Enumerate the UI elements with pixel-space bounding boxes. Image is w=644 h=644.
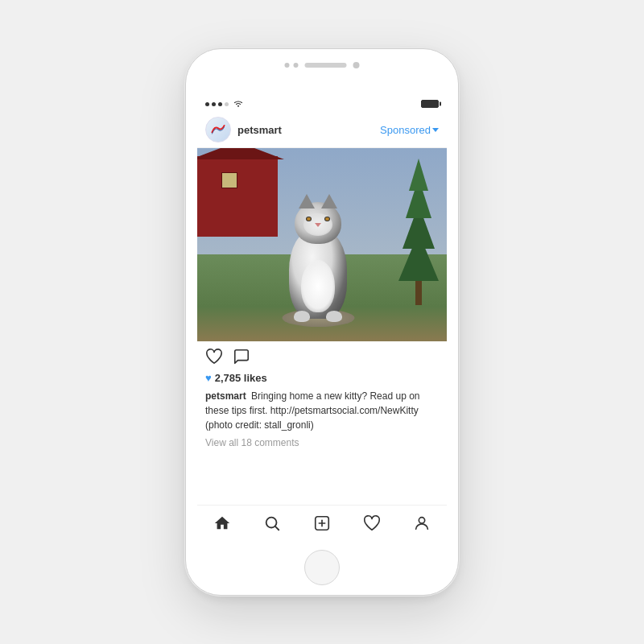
cat-head [295,202,341,244]
nav-home-button[interactable] [211,512,233,535]
post-image [197,148,447,341]
bottom-nav [197,505,447,540]
likes-count: ♥ 2,785 likes [197,372,447,387]
cat-eye-left [306,217,312,221]
chevron-down-icon [432,128,439,132]
sponsored-text: Sponsored [380,124,431,136]
cat-paw-right [326,311,342,322]
signal-area [205,99,244,109]
status-bar [197,94,447,112]
like-button[interactable] [205,349,223,365]
cat-scene [197,148,447,341]
signal-dot-3 [218,102,222,106]
phone-body: petsmart Sponsored [185,48,459,596]
barn-window [221,172,237,188]
filled-heart-icon: ♥ [205,372,212,384]
cat-nose [315,223,321,227]
cat-eyes [306,217,330,221]
phone-screen: petsmart Sponsored [197,94,447,540]
svg-point-6 [419,517,424,522]
caption-username[interactable]: petsmart [205,390,246,402]
barn-roof [197,148,284,159]
view-comments[interactable]: View all 18 comments [197,436,447,453]
tree-layer-4 [409,159,428,191]
nav-heart-button[interactable] [361,512,383,535]
nav-add-button[interactable] [311,512,333,535]
wifi-icon [233,99,244,109]
nav-profile-button[interactable] [411,512,433,535]
svg-point-0 [237,105,239,107]
cat-ear-right [321,194,337,208]
cat-ear-left [299,194,315,208]
post-caption: petsmart Bringing home a new kitty? Read… [197,387,447,436]
likes-number: 2,785 likes [215,372,267,384]
svg-line-2 [275,526,279,530]
signal-dot-2 [212,102,216,106]
phone-frame: petsmart Sponsored [185,48,459,596]
avatar [205,117,231,142]
action-buttons [197,341,447,372]
home-button[interactable] [304,550,340,585]
battery-icon [421,100,439,108]
front-camera [353,62,360,68]
cat [278,202,358,319]
comments-label: View all 18 comments [205,437,299,448]
cat-chest [301,260,335,312]
nav-search-button[interactable] [261,512,283,535]
post-header: petsmart Sponsored [197,112,447,148]
cat-eye-right [324,217,330,221]
phone-dots [285,63,299,68]
comment-button[interactable] [233,348,250,365]
phone-camera-area [285,62,360,68]
phone-dot [285,63,290,68]
phone-dot [294,63,299,68]
signal-dot-1 [205,102,209,106]
tree [398,160,439,305]
phone-speaker [305,63,347,68]
username-label[interactable]: petsmart [237,124,380,136]
barn [197,156,278,237]
sponsored-label[interactable]: Sponsored [380,124,439,136]
signal-dot-4 [225,102,229,106]
cat-paw-left [294,311,310,322]
